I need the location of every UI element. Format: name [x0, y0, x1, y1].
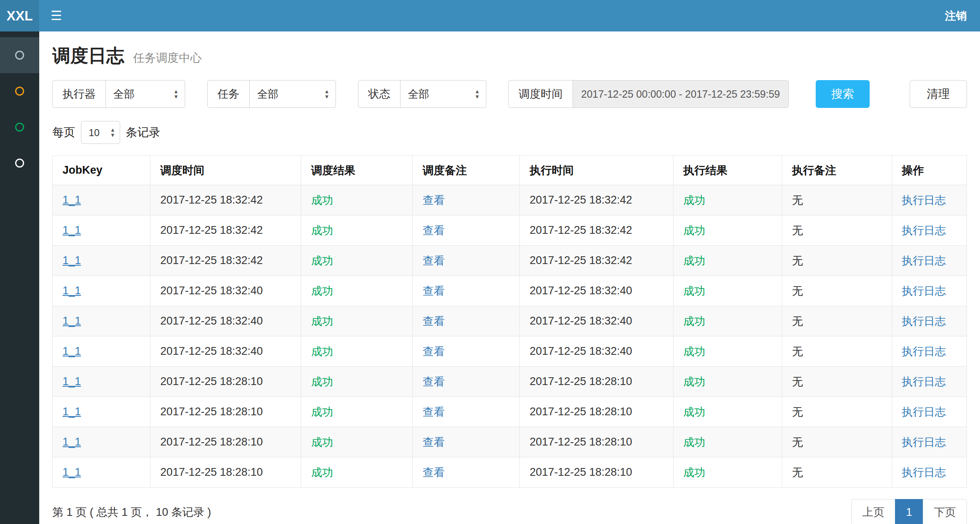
status-filter-label: 状态: [358, 80, 401, 108]
cell-handle-result: 成功: [673, 306, 782, 336]
cell-handle-msg: 无: [782, 367, 892, 397]
job-id-link[interactable]: 1_1: [63, 315, 81, 327]
next-page-button[interactable]: 下页: [923, 499, 967, 524]
sidebar-item-1[interactable]: [0, 37, 39, 73]
search-button[interactable]: 搜索: [816, 80, 870, 108]
handle-time-value: 2017-12-25 18:28:10: [530, 466, 632, 478]
job-id-link[interactable]: 1_1: [63, 254, 81, 266]
app-logo[interactable]: XXL: [0, 0, 39, 31]
execution-log-link[interactable]: 执行日志: [902, 285, 946, 297]
view-trigger-msg-link[interactable]: 查看: [423, 255, 445, 267]
executor-select[interactable]: 全部: [106, 80, 185, 108]
view-trigger-msg-link[interactable]: 查看: [423, 466, 445, 479]
execution-log-link[interactable]: 执行日志: [902, 406, 946, 418]
execution-log-link[interactable]: 执行日志: [902, 345, 946, 358]
handle-msg-value: 无: [792, 376, 803, 388]
trigger-result-value: 成功: [311, 466, 333, 479]
executor-filter-label: 执行器: [52, 80, 106, 108]
handle-msg-value: 无: [792, 466, 803, 479]
job-id-link[interactable]: 1_1: [63, 375, 81, 387]
page-size-select[interactable]: 10: [81, 121, 120, 144]
cell-trigger-time: 2017-12-25 18:28:10: [150, 397, 301, 427]
sidebar-toggle-button[interactable]: ☰: [39, 0, 74, 31]
column-header-5: 执行时间: [520, 156, 673, 185]
handle-msg-value: 无: [792, 345, 803, 358]
view-trigger-msg-link[interactable]: 查看: [423, 436, 445, 448]
cell-action: 执行日志: [892, 457, 967, 488]
cell-trigger-time: 2017-12-25 18:32:40: [150, 306, 301, 336]
execution-log-link[interactable]: 执行日志: [902, 255, 946, 267]
sidebar-item-3[interactable]: [0, 109, 39, 145]
handle-result-value: 成功: [683, 466, 705, 479]
view-trigger-msg-link[interactable]: 查看: [423, 285, 445, 297]
cell-handle-time: 2017-12-25 18:28:10: [520, 397, 673, 427]
job-id-link[interactable]: 1_1: [63, 224, 81, 236]
job-id-link[interactable]: 1_1: [63, 436, 81, 448]
cell-action: 执行日志: [892, 276, 967, 306]
table-row: 1_1 2017-12-25 18:32:42 成功 查看 2017-12-25…: [53, 246, 967, 276]
cell-action: 执行日志: [892, 246, 967, 276]
execution-log-link[interactable]: 执行日志: [902, 194, 946, 206]
cell-jobkey: 1_1: [53, 336, 150, 367]
logout-link[interactable]: 注销: [932, 0, 980, 31]
trigger-time-value: 2017-12-25 18:28:10: [160, 436, 263, 448]
handle-result-value: 成功: [683, 345, 705, 358]
job-id-link[interactable]: 1_1: [63, 466, 81, 478]
view-trigger-msg-link[interactable]: 查看: [423, 376, 445, 388]
column-header-7: 执行备注: [782, 156, 892, 185]
cell-trigger-result: 成功: [301, 457, 413, 488]
cell-handle-result: 成功: [673, 397, 782, 427]
trigger-result-value: 成功: [311, 376, 333, 388]
page-header: 调度日志 任务调度中心: [52, 44, 967, 68]
view-trigger-msg-link[interactable]: 查看: [423, 406, 445, 418]
cell-trigger-result: 成功: [301, 215, 413, 246]
execution-log-link[interactable]: 执行日志: [902, 466, 946, 479]
job-id-link[interactable]: 1_1: [63, 345, 81, 357]
cell-handle-result: 成功: [673, 185, 782, 215]
cell-trigger-time: 2017-12-25 18:28:10: [150, 457, 301, 488]
execution-log-link[interactable]: 执行日志: [902, 376, 946, 388]
job-id-link[interactable]: 1_1: [63, 194, 81, 206]
column-header-8: 操作: [892, 156, 967, 185]
view-trigger-msg-link[interactable]: 查看: [423, 345, 445, 358]
cell-jobkey: 1_1: [53, 306, 150, 336]
top-navbar: XXL ☰ 注销: [0, 0, 980, 31]
table-row: 1_1 2017-12-25 18:32:40 成功 查看 2017-12-25…: [53, 276, 967, 306]
cell-handle-time: 2017-12-25 18:32:42: [520, 246, 673, 276]
status-select[interactable]: 全部: [401, 80, 486, 108]
cell-trigger-time: 2017-12-25 18:32:42: [150, 215, 301, 246]
handle-result-value: 成功: [683, 436, 705, 448]
page-1-button[interactable]: 1: [895, 499, 923, 524]
prev-page-button[interactable]: 上页: [851, 499, 895, 524]
cell-handle-msg: 无: [782, 457, 892, 488]
execution-log-link[interactable]: 执行日志: [902, 224, 946, 237]
execution-log-link[interactable]: 执行日志: [902, 436, 946, 448]
pagination-summary: 第 1 页 ( 总共 1 页， 10 条记录 ): [52, 505, 211, 520]
handle-result-value: 成功: [683, 315, 705, 327]
view-trigger-msg-link[interactable]: 查看: [423, 194, 445, 206]
cell-trigger-time: 2017-12-25 18:32:40: [150, 276, 301, 306]
execution-log-link[interactable]: 执行日志: [902, 315, 946, 327]
handle-result-value: 成功: [683, 406, 705, 418]
view-trigger-msg-link[interactable]: 查看: [423, 315, 445, 327]
trigger-time-range-input[interactable]: [573, 80, 789, 108]
sidebar-item-2[interactable]: [0, 73, 39, 109]
handle-result-value: 成功: [683, 224, 705, 237]
log-table: JobKey调度时间调度结果调度备注执行时间执行结果执行备注操作 1_1 201…: [52, 155, 967, 488]
cell-handle-time: 2017-12-25 18:32:42: [520, 185, 673, 215]
column-header-1: JobKey: [53, 156, 150, 185]
handle-time-value: 2017-12-25 18:32:42: [530, 254, 632, 266]
cell-handle-result: 成功: [673, 246, 782, 276]
job-id-link[interactable]: 1_1: [63, 284, 81, 297]
sidebar-item-4[interactable]: [0, 145, 39, 181]
job-select[interactable]: 全部: [250, 80, 336, 108]
clear-button[interactable]: 清理: [910, 80, 967, 108]
trigger-time-value: 2017-12-25 18:32:40: [160, 284, 263, 297]
table-row: 1_1 2017-12-25 18:28:10 成功 查看 2017-12-25…: [53, 427, 967, 457]
job-id-link[interactable]: 1_1: [63, 405, 81, 418]
job-filter-label: 任务: [207, 80, 250, 108]
view-trigger-msg-link[interactable]: 查看: [423, 224, 445, 237]
cell-trigger-result: 成功: [301, 306, 413, 336]
table-row: 1_1 2017-12-25 18:28:10 成功 查看 2017-12-25…: [53, 367, 967, 397]
handle-time-value: 2017-12-25 18:28:10: [530, 405, 632, 418]
